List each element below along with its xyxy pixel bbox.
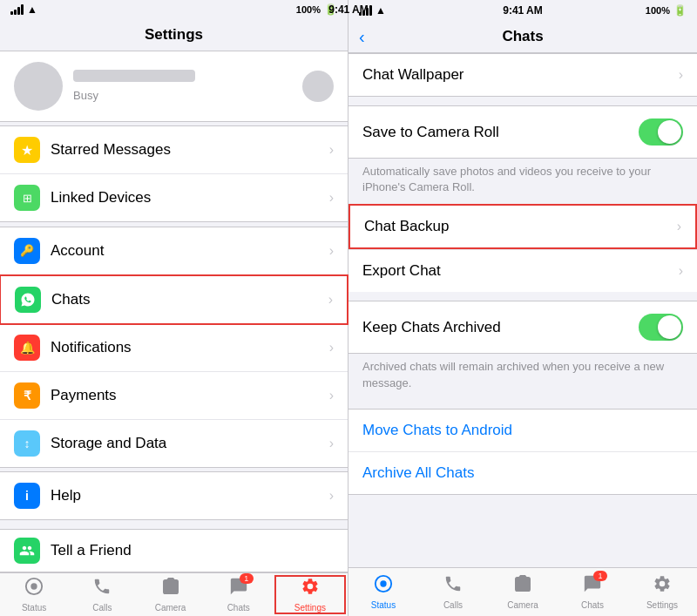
right-wifi-icon: ▲ [376,4,386,17]
keep-archived-label: Keep Chats Archived [362,319,632,336]
chat-wallpaper-item[interactable]: Chat Wallpaper › [348,54,697,96]
settings-item-chats[interactable]: Chats › [0,274,348,325]
keep-archived-item[interactable]: Keep Chats Archived [348,301,697,353]
right-tab-camera-label: Camera [507,600,538,610]
settings-group-4: Tell a Friend [0,529,348,572]
back-chevron: ‹ [359,27,365,47]
right-battery-icon: 🔋 [673,4,687,17]
right-tab-chats[interactable]: 1 Chats [558,568,627,616]
profile-qr [302,71,334,102]
settings-item-starred[interactable]: ★ Starred Messages › [0,126,348,174]
right-camera-icon [513,574,532,599]
keep-archived-knob [658,315,681,339]
left-tab-camera[interactable]: Camera [136,573,204,616]
notifications-icon: 🔔 [14,335,40,361]
back-button[interactable]: ‹ [359,27,365,47]
camera-roll-item[interactable]: Save to Camera Roll [348,106,697,158]
settings-item-account[interactable]: 🔑 Account › [0,227,348,275]
account-icon: 🔑 [14,238,40,264]
settings-item-storage[interactable]: ↕ Storage and Data › [0,420,348,467]
right-settings-icon [653,574,672,599]
help-label: Help [51,487,319,504]
settings-item-notifications[interactable]: 🔔 Notifications › [0,324,348,372]
right-status-right: 100% 🔋 [646,4,687,17]
right-tab-settings[interactable]: Settings [627,568,697,616]
right-tab-status-label: Status [371,600,396,610]
linked-arrow: › [329,190,334,206]
right-status-icon [374,574,393,599]
storage-label: Storage and Data [51,435,319,452]
right-tab-camera[interactable]: Camera [488,568,558,616]
left-time: 9:41 AM [328,3,369,16]
left-status-bar: ▲ 9:41 AM 100% 🔋 [0,0,348,19]
keep-archived-desc: Archived chats will remain archived when… [348,354,697,399]
right-time: 9:41 AM [503,4,543,17]
chats-arrow: › [328,292,333,308]
payments-label: Payments [51,387,319,404]
right-panel: ▲ 9:41 AM 100% 🔋 ‹ Chats Chat Wallpaper … [348,0,697,616]
wallpaper-arrow: › [679,67,683,83]
left-tab-calls-label: Calls [92,603,112,613]
action-links-section: Move Chats to Android Archive All Chats [348,409,697,495]
camera-icon [161,577,180,601]
svg-point-3 [380,580,386,586]
left-tab-settings-label: Settings [294,603,326,613]
left-tab-status[interactable]: Status [0,573,68,616]
payments-arrow: › [329,388,334,403]
right-chats-icon: 1 [583,574,602,599]
move-android-link[interactable]: Move Chats to Android [348,410,697,452]
chats-icon [15,287,41,313]
settings-item-tell[interactable]: Tell a Friend [0,530,348,572]
left-tab-bar: Status Calls Camera 1 Chats Settings [0,572,348,616]
backup-arrow: › [677,219,681,234]
chat-backup-label: Chat Backup [364,218,670,235]
camera-roll-desc: Automatically save photos and videos you… [348,159,697,204]
export-chat-label: Export Chat [362,262,672,280]
keep-archived-toggle[interactable] [639,314,683,341]
right-tab-calls[interactable]: Calls [418,568,488,616]
right-tab-chats-label: Chats [581,600,604,610]
left-tab-settings[interactable]: Settings [274,575,346,614]
camera-roll-knob [658,120,681,144]
chat-backup-item[interactable]: Chat Backup › [348,204,697,249]
settings-icon [301,577,320,601]
archive-all-link[interactable]: Archive All Chats [348,452,697,494]
export-chat-item[interactable]: Export Chat › [348,249,697,292]
settings-item-payments[interactable]: ₹ Payments › [0,372,348,420]
backup-section: Chat Backup › Export Chat › [348,204,697,292]
right-nav-title: Chats [502,28,543,45]
right-battery-pct: 100% [646,5,670,16]
chats-badge: 1 [240,573,254,584]
left-tab-chats[interactable]: 1 Chats [205,573,273,616]
camera-roll-toggle[interactable] [639,118,683,146]
svg-point-1 [30,583,37,589]
profile-section[interactable]: Busy [0,51,348,122]
wifi-icon: ▲ [27,3,37,16]
tell-label: Tell a Friend [51,542,334,559]
settings-group-3: i Help › [0,471,348,520]
linked-label: Linked Devices [51,189,319,206]
left-tab-status-label: Status [22,603,46,613]
settings-item-help[interactable]: i Help › [0,472,348,519]
left-nav-bar: Settings [0,19,348,51]
left-nav-title: Settings [145,26,203,44]
chats-label: Chats [51,291,318,308]
camera-roll-section: Save to Camera Roll [348,105,697,159]
right-tab-status[interactable]: Status [348,568,418,616]
starred-icon: ★ [14,137,40,163]
left-chats-icon: 1 [229,577,248,601]
left-tab-calls[interactable]: Calls [68,573,136,616]
right-nav-bar: ‹ Chats [348,21,697,53]
wallpaper-section: Chat Wallpaper › [348,53,697,97]
right-tab-bar: Status Calls Camera 1 Chats Settings [348,567,697,616]
settings-item-linked[interactable]: ⊞ Linked Devices › [0,174,348,221]
profile-status: Busy [73,89,98,102]
right-tab-settings-label: Settings [646,600,678,610]
tell-icon [14,538,40,564]
status-icon [24,577,44,601]
left-tab-camera-label: Camera [155,603,186,613]
keep-archived-section: Keep Chats Archived [348,301,697,354]
profile-info: Busy [73,70,292,103]
calls-icon [92,577,112,601]
left-battery-pct: 100% [296,4,321,15]
